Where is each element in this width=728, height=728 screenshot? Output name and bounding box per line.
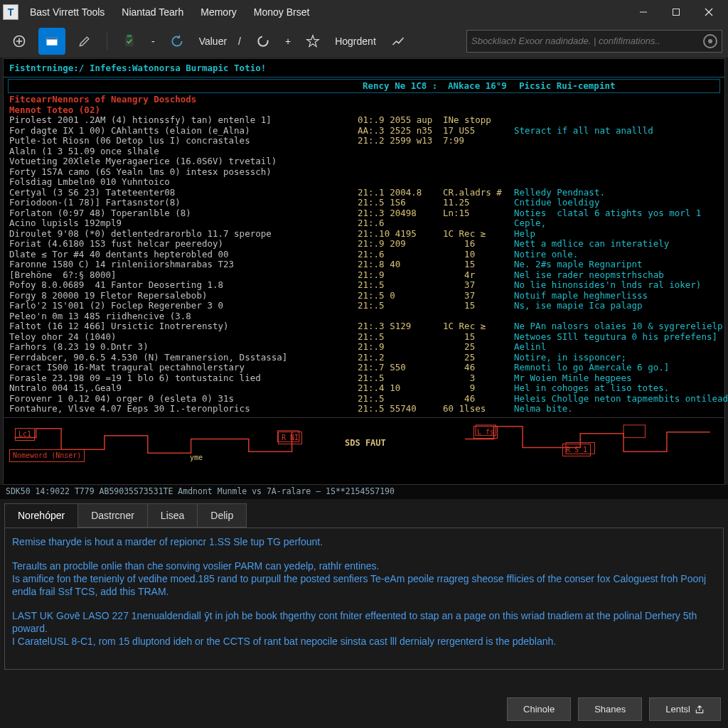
target-icon[interactable] <box>703 34 717 48</box>
terminal-row: Faronne 1580 C) 14 rinleniiorshmarabas T… <box>9 259 719 270</box>
valuer-label: Valuer <box>196 36 230 47</box>
wf-label-rs1: R S 1 <box>562 444 591 457</box>
terminal-row: Fontahure, Vlsve 4.07 Eeps 30 I.-teronpl… <box>9 404 719 414</box>
menu-memory[interactable]: Memory <box>193 2 244 22</box>
search-input[interactable] <box>466 30 722 53</box>
terminal-row: Votueting 20Xlele Myeragaerice (16.0S6V)… <box>9 156 719 167</box>
terminal-row: Foract IS00 16-Mat tragural pectahnolers… <box>9 363 719 373</box>
tab-norehoper[interactable]: Norehóper <box>4 503 78 528</box>
terminal-row: Forlaton (0:97 48) Toperanlble (8)21:.3 … <box>9 208 719 219</box>
svg-rect-10 <box>127 34 132 36</box>
star-icon[interactable] <box>299 28 326 55</box>
chinole-button[interactable]: Chinole <box>507 697 571 721</box>
clipboard-check-icon[interactable] <box>116 28 143 55</box>
terminal-row: Forasle 23.198 09 =19 1 blo 6) tontustai… <box>9 373 719 384</box>
search-field[interactable] <box>471 36 699 46</box>
terminal-panel: Fistntrninge:/ Infefes:Watonorsa Burmapi… <box>3 58 725 485</box>
terminal-row: Forty 1S7A camo (6S Yealn lms 0) intesx … <box>9 167 719 178</box>
svg-point-11 <box>258 36 267 46</box>
terminal-row: Faltot (16 12 466] Ursictic Inotrerensty… <box>9 321 719 332</box>
lentsl-button[interactable]: Lentsl <box>649 697 721 721</box>
wf-label-nomeword: Nomeword (Nnser) <box>9 449 85 463</box>
status-line: SDK50 14:9022 T779 AB59035S73531TE Amdno… <box>0 485 728 499</box>
terminal-row: Forovenr 1 0.12 04) orger 0 (esleta 0) 3… <box>9 394 719 405</box>
terminal-row: Peleo'n 0m 13 485 riidhencive (3.8 <box>9 311 719 322</box>
pen-icon[interactable] <box>71 28 98 55</box>
tab-dastrcner[interactable]: Dastrcner <box>77 503 148 528</box>
shanes-button[interactable]: Shanes <box>578 697 642 721</box>
close-button[interactable] <box>692 0 725 24</box>
terminal-row: Pirolest 2001 .2AM (4) htionssfy) tan) e… <box>9 115 719 126</box>
terminal-row: Dlate ≤ Tor #4 40 dentants hepterobled 0… <box>9 250 719 260</box>
hogrdent-label: Hogrdent <box>332 36 379 47</box>
app-icon: T <box>3 4 18 20</box>
svg-rect-15 <box>623 424 645 437</box>
output-line: Teraults an procblle onlie than che sonv… <box>12 560 716 598</box>
add-button[interactable] <box>6 28 33 55</box>
terminal-column-headers: Rency Ne 1C8 : ANkace 16°9 Picsic Rui-ce… <box>8 79 720 94</box>
terminal-row: Foriodoon-(1 78)] Fartasnstor(8)21:.5 1S… <box>9 198 719 208</box>
wf-label-lf: L fs <box>473 426 498 439</box>
menu-monoy[interactable]: Monoy Brset <box>247 2 317 22</box>
output-line: LAST UK Govē LASO 227 1nenualdendiall ȳt… <box>12 609 716 648</box>
minus-icon: - <box>149 36 158 47</box>
minimize-button[interactable] <box>627 0 660 24</box>
terminal-row: Teloy ohor 24 (1040)21:.5 15Netwoes SIll… <box>9 332 719 343</box>
menu-tools[interactable]: Bast Virrett Tools <box>23 2 112 22</box>
card-view-button[interactable] <box>38 28 65 55</box>
terminal-row: Nntralo 004 15,.Geal921:.4 10 9Hel in co… <box>9 383 719 394</box>
terminal-path: Fistntrninge:/ Infefes:Watonorsa Burmapi… <box>9 63 266 73</box>
svg-rect-9 <box>125 36 134 46</box>
terminal-row: Foriat (4.6180 1S3 fust helcar peeredoy)… <box>9 239 719 250</box>
output-line: Remise tharyde is hout a marder of repio… <box>12 535 716 548</box>
menu-niantad[interactable]: Niantad Tearh <box>114 2 191 22</box>
output-panel[interactable]: Remise tharyde is hout a marder of repio… <box>4 528 724 670</box>
terminal-row: [Brehöne 6?:§ 8000]21:.9 4rNel ise rader… <box>9 270 719 281</box>
terminal-row: For dagte IX 1 00) CAhlantts (elaion (e_… <box>9 126 719 136</box>
waveform-panel: Lc1 Nomeword (Nnser) R NI SDS FAUT L fs … <box>4 417 724 467</box>
slash-icon: / <box>235 36 244 47</box>
terminal-row: Diroulet 9'08 (*0) detlentedrarorblo 11.… <box>9 229 719 240</box>
terminal-row: Alaln (1 3 51.09 once slhale <box>9 146 719 157</box>
terminal-row: Putle-iot Riosn (06 Detop lus I) concras… <box>9 136 719 146</box>
terminal-row: Acino lupisls 192mpl921:.6Ceple, <box>9 218 719 229</box>
terminal-row: Folsdiag Lmbeln0 010 Yuhntoico <box>9 177 719 188</box>
terminal-row: Pofoy 8.0.0689 41 Fantor Deoserting 1.82… <box>9 280 719 291</box>
wf-label-lc1: Lc1 <box>15 428 35 441</box>
terminal-row: Farlo'2 1S'001 (2) Foclep Regerenber 3 0… <box>9 301 719 311</box>
plus-icon: + <box>282 36 294 47</box>
tab-lisea[interactable]: Lisea <box>147 503 198 528</box>
tab-delip[interactable]: Delip <box>197 503 247 528</box>
terminal-row: Ferrdabcer, 90.6.5 4.530 (N) Temranersio… <box>9 353 719 363</box>
terminal-row: Certyal (3 S6 23) Tateteenter0821:.1 200… <box>9 188 719 198</box>
maximize-button[interactable] <box>660 0 692 24</box>
chart-up-icon[interactable] <box>385 28 412 55</box>
terminal-row: Farhors (8.23 19 0.Dntr 3)21:.9 25Aelinl <box>9 342 719 353</box>
spinner-icon[interactable] <box>250 28 277 55</box>
wf-label-rni: R NI <box>278 432 302 445</box>
svg-rect-1 <box>673 9 680 16</box>
terminal-subhead-1: FitcearrNennors of Neangry Doschods <box>4 95 724 105</box>
terminal-row: Forgy 8 20000 19 Fletor Repersalebob)21:… <box>9 291 719 301</box>
refresh-icon[interactable] <box>164 28 191 55</box>
svg-rect-8 <box>47 37 58 39</box>
wf-label-sds: SDS FAUT <box>345 438 386 449</box>
